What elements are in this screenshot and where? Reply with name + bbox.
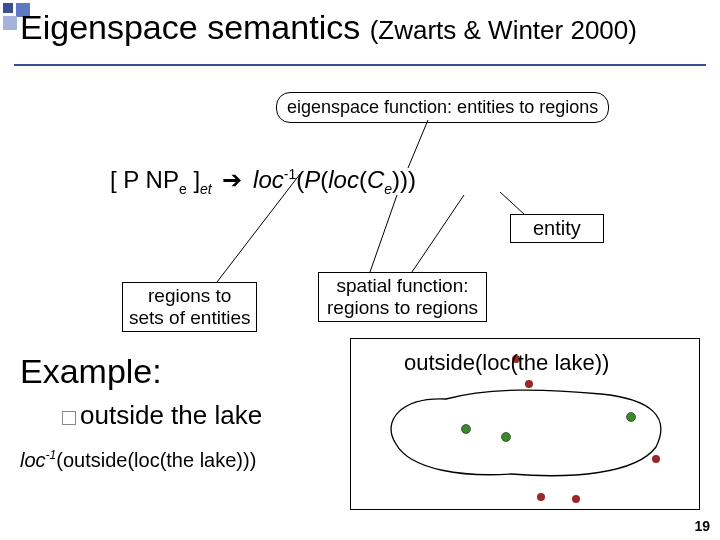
example-heading: Example: <box>20 352 162 391</box>
spatial-l1: spatial function: <box>337 275 469 296</box>
example-item: outside the lake <box>62 400 262 431</box>
regions-box: regions to sets of entities <box>122 282 257 332</box>
example-text: outside the lake <box>80 400 262 430</box>
svg-point-1 <box>525 380 533 388</box>
locexpr-body: (outside(loc(the lake))) <box>56 449 256 471</box>
loc-expression: loc-1(outside(loc(the lake))) <box>20 448 256 472</box>
regions-l1: regions to <box>148 285 231 306</box>
eq-close: ))) <box>392 166 416 193</box>
eq-sup: -1 <box>284 166 296 182</box>
svg-point-6 <box>537 493 545 501</box>
svg-point-7 <box>572 495 580 503</box>
eq-P: P <box>304 166 320 193</box>
regions-l2: sets of entities <box>129 307 250 328</box>
eq-p3: ( <box>359 166 367 193</box>
eq-C: C <box>367 166 384 193</box>
eq-loc2: loc <box>328 166 359 193</box>
svg-line-10 <box>370 195 397 272</box>
page-number: 19 <box>694 518 710 534</box>
eq-sub-et: et <box>200 181 212 197</box>
eq-loc: loc <box>253 166 284 193</box>
bullet-box-icon <box>62 411 76 425</box>
svg-point-3 <box>502 433 511 442</box>
svg-line-8 <box>408 120 428 168</box>
title-sub: (Zwarts & Winter 2000) <box>370 15 637 45</box>
equation: [ P NPe ]et ➔ loc-1(P(loc(Ce))) <box>110 166 416 197</box>
locexpr-sup: -1 <box>46 448 57 462</box>
spatial-l2: regions to regions <box>327 297 478 318</box>
eq-lhs-close: ] <box>187 166 200 193</box>
spatial-box: spatial function: regions to regions <box>318 272 487 322</box>
title-rule <box>14 64 706 66</box>
entity-box: entity <box>510 214 604 243</box>
title-main: Eigenspace semantics <box>20 8 370 46</box>
eq-Ce: e <box>384 181 392 197</box>
eq-sub-e: e <box>179 181 187 197</box>
svg-line-12 <box>500 192 525 215</box>
locexpr-loc: loc <box>20 449 46 471</box>
eq-arrow: ➔ <box>222 166 242 193</box>
lake-caption: outside(loc(the lake)) <box>404 350 609 376</box>
svg-line-11 <box>412 195 464 272</box>
svg-point-2 <box>462 425 471 434</box>
svg-point-5 <box>652 455 660 463</box>
eq-lhs-open: [ P NP <box>110 166 179 193</box>
slide-title: Eigenspace semantics (Zwarts & Winter 20… <box>20 8 637 47</box>
svg-point-4 <box>627 413 636 422</box>
bubble-eigenspace: eigenspace function: entities to regions <box>276 92 609 123</box>
